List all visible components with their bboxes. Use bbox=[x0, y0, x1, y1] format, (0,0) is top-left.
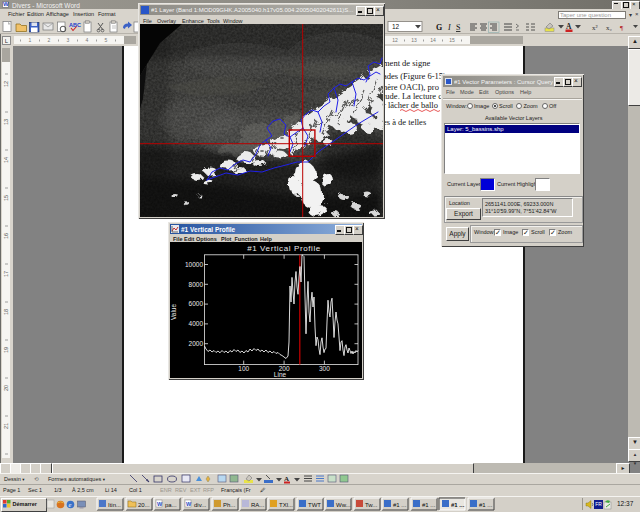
svg-text:2000: 2000 bbox=[189, 340, 204, 347]
svg-text:12: 12 bbox=[392, 37, 398, 43]
svg-text:2: 2 bbox=[48, 37, 51, 43]
svg-text:W: W bbox=[186, 501, 192, 507]
svg-text:W: W bbox=[157, 501, 163, 507]
svg-text:S: S bbox=[456, 23, 460, 32]
svg-text:20: 20 bbox=[3, 385, 9, 391]
svg-text:14: 14 bbox=[430, 37, 436, 43]
svg-text:300: 300 bbox=[319, 365, 330, 372]
svg-text:TWT: TWT bbox=[308, 502, 321, 508]
svg-text:G: G bbox=[436, 23, 442, 32]
svg-text:15: 15 bbox=[449, 37, 455, 43]
svg-text:¶: ¶ bbox=[620, 24, 624, 32]
svg-text:4000: 4000 bbox=[189, 320, 204, 327]
svg-text:ABC: ABC bbox=[69, 22, 81, 28]
svg-text:RA...: RA... bbox=[251, 502, 265, 508]
svg-text:Line: Line bbox=[274, 371, 287, 378]
svg-text:TXl...: TXl... bbox=[279, 502, 293, 508]
svg-text:#1 ...: #1 ... bbox=[393, 502, 407, 508]
svg-text:I: I bbox=[447, 23, 451, 32]
svg-text:15: 15 bbox=[3, 195, 9, 201]
svg-text:4: 4 bbox=[86, 37, 89, 43]
svg-text:x₂: x₂ bbox=[606, 24, 613, 32]
svg-text:#1 ...: #1 ... bbox=[479, 502, 493, 508]
svg-text:Ww...: Ww... bbox=[336, 502, 351, 508]
svg-text:x²: x² bbox=[592, 24, 598, 32]
svg-text:6000: 6000 bbox=[189, 300, 204, 307]
svg-text:Value: Value bbox=[170, 304, 177, 321]
svg-text:#1 Vertical Profile: #1 Vertical Profile bbox=[247, 244, 321, 253]
svg-text:1: 1 bbox=[29, 37, 32, 43]
svg-text:13: 13 bbox=[411, 37, 417, 43]
svg-text:A: A bbox=[566, 22, 572, 31]
svg-text:17: 17 bbox=[3, 271, 9, 277]
svg-text:#1 ...: #1 ... bbox=[422, 502, 436, 508]
svg-text:3: 3 bbox=[67, 37, 70, 43]
svg-text:100: 100 bbox=[238, 365, 249, 372]
svg-text:div...: div... bbox=[194, 502, 207, 508]
svg-text:16: 16 bbox=[3, 233, 9, 239]
svg-text:19: 19 bbox=[3, 347, 9, 353]
svg-text:5: 5 bbox=[105, 37, 108, 43]
svg-text:pa...: pa... bbox=[165, 502, 177, 508]
svg-text:13: 13 bbox=[3, 119, 9, 125]
svg-text:21: 21 bbox=[3, 423, 9, 429]
svg-text:20...: 20... bbox=[138, 502, 150, 508]
svg-text:#1 ...: #1 ... bbox=[451, 502, 465, 508]
svg-text:10000: 10000 bbox=[185, 261, 203, 268]
svg-text:18: 18 bbox=[3, 309, 9, 315]
svg-text:12: 12 bbox=[392, 23, 400, 30]
svg-text:12: 12 bbox=[3, 81, 9, 87]
svg-text:14: 14 bbox=[3, 157, 9, 163]
svg-text:Itin...: Itin... bbox=[108, 502, 121, 508]
svg-text:200: 200 bbox=[279, 365, 290, 372]
svg-text:Ph...: Ph... bbox=[223, 502, 236, 508]
svg-text:Tw...: Tw... bbox=[365, 502, 378, 508]
svg-text:8000: 8000 bbox=[189, 281, 204, 288]
